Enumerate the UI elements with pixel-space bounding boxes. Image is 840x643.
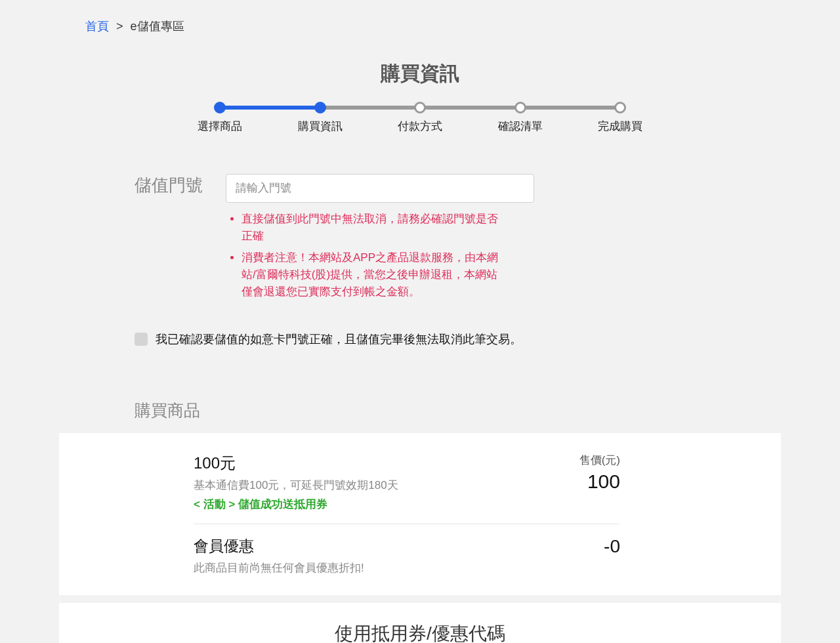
phone-note-2: 消費者注意！本網站及APP之產品退款服務，由本網站/富爾特科技(股)提供，當您之… [242, 249, 501, 301]
step-dot-3 [414, 102, 426, 114]
product-name: 100元 [194, 453, 398, 474]
step-label-4: 確認清單 [498, 119, 543, 134]
confirm-text: 我已確認要儲值的如意卡門號正確，且儲值完畢後無法取消此筆交易。 [156, 331, 522, 347]
member-discount-value: -0 [604, 536, 620, 557]
product-description: 基本通信費100元，可延長門號效期180天 [194, 478, 398, 493]
phone-number-label: 儲值門號 [135, 174, 210, 197]
step-label-3: 付款方式 [398, 119, 442, 134]
product-section-heading: 購買商品 [135, 400, 705, 421]
step-dot-5 [614, 102, 626, 114]
voucher-title: 使用抵用券/優惠代碼 [59, 621, 781, 643]
step-label-5: 完成購買 [598, 119, 642, 134]
step-dot-4 [514, 102, 526, 114]
breadcrumb: 首頁 > e儲值專區 [0, 0, 840, 41]
phone-number-input[interactable] [226, 174, 534, 203]
progress-stepper: 選擇商品 購買資訊 付款方式 確認清單 完成購買 [220, 102, 620, 135]
step-dot-1 [214, 102, 226, 114]
breadcrumb-current: e儲值專區 [131, 20, 184, 33]
step-progress [220, 106, 320, 110]
step-label-1: 選擇商品 [198, 119, 242, 134]
breadcrumb-home-link[interactable]: 首頁 [85, 20, 109, 33]
step-dot-2 [314, 102, 326, 114]
price-label: 售價(元) [579, 453, 620, 468]
member-discount-title: 會員優惠 [194, 536, 364, 556]
voucher-card: 使用抵用券/優惠代碼 選擇抵用券 共0張抵用券可用。 [59, 603, 781, 643]
product-card: 100元 基本通信費100元，可延長門號效期180天 < 活動 > 儲值成功送抵… [59, 433, 781, 595]
confirm-checkbox[interactable] [135, 333, 148, 346]
page-title: 購買資訊 [0, 60, 840, 87]
product-promo: < 活動 > 儲值成功送抵用券 [194, 497, 398, 512]
step-label-2: 購買資訊 [298, 119, 343, 134]
price-value: 100 [579, 470, 620, 493]
breadcrumb-separator: > [116, 20, 123, 33]
member-discount-desc: 此商品目前尚無任何會員優惠折扣! [194, 560, 364, 575]
phone-note-1: 直接儲值到此門號中無法取消，請務必確認門號是否正確 [242, 211, 501, 245]
